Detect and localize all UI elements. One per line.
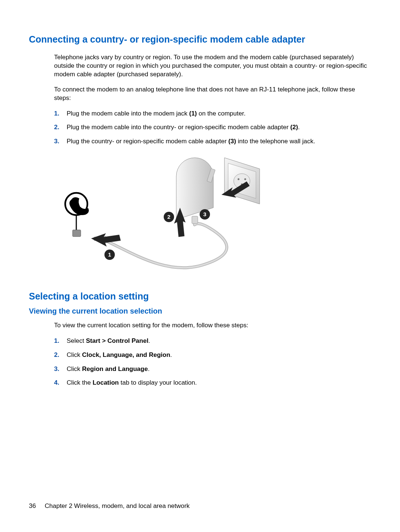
phone-jack-icon xyxy=(65,193,89,237)
chapter-label: Chapter 2 Wireless, modem, and local are… xyxy=(45,502,190,509)
svg-point-3 xyxy=(238,178,240,180)
step-text-post: on the computer. xyxy=(197,110,246,117)
step-text-pre: Plug the modem cable into the country- o… xyxy=(67,124,290,131)
step-text-bold: Region and Language xyxy=(82,365,148,372)
step-text-pre: Click the xyxy=(67,379,93,386)
step-text-bold: Location xyxy=(93,379,119,386)
step-text-pre: Click xyxy=(67,351,82,358)
para-view-location-intro: To view the current location setting for… xyxy=(29,321,371,330)
callout-3-label: 3 xyxy=(203,211,206,217)
figure-modem-adapter: 3 xyxy=(29,154,371,280)
step-text-post: tab to display your location. xyxy=(119,379,197,386)
step-number: 1. xyxy=(54,337,59,345)
step-number: 1. xyxy=(54,109,59,118)
callout-1-label: 1 xyxy=(108,251,111,258)
step-text-bold: Start > Control Panel xyxy=(86,337,149,344)
step-item: 2. Click Clock, Language, and Region. xyxy=(29,351,371,359)
step-number: 3. xyxy=(54,365,59,374)
svg-rect-13 xyxy=(192,216,198,224)
step-item: 2. Plug the modem cable into the country… xyxy=(29,123,371,132)
wall-jack-icon xyxy=(224,158,260,204)
step-text-bold: (2) xyxy=(290,124,298,131)
step-text-pre: Plug the country- or region-specific mod… xyxy=(67,138,229,145)
step-text-post: . xyxy=(170,351,172,358)
step-text-post: . xyxy=(149,337,150,344)
para-connect-steps-intro: To connect the modem to an analog teleph… xyxy=(29,86,371,103)
step-text-post: into the telephone wall jack. xyxy=(236,138,315,145)
step-item: 1. Select Start > Control Panel. xyxy=(29,337,371,345)
step-number: 2. xyxy=(54,351,59,359)
step-item: 3. Plug the country- or region-specific … xyxy=(29,137,371,146)
step-number: 3. xyxy=(54,137,59,146)
step-number: 4. xyxy=(54,378,59,387)
page-number: 36 xyxy=(29,502,43,510)
steps-view-location: 1. Select Start > Control Panel. 2. Clic… xyxy=(29,337,371,387)
step-text-pre: Click xyxy=(67,365,82,372)
steps-connect-adapter: 1. Plug the modem cable into the modem j… xyxy=(29,109,371,146)
svg-point-4 xyxy=(244,178,246,180)
step-item: 1. Plug the modem cable into the modem j… xyxy=(29,109,371,118)
callout-2-label: 2 xyxy=(167,214,170,220)
step-text-post: . xyxy=(148,365,150,372)
modem-adapter-illustration: 3 xyxy=(54,154,261,280)
step-text-bold: (3) xyxy=(229,138,236,145)
step-item: 3. Click Region and Language. xyxy=(29,365,371,374)
heading-viewing-current-location: Viewing the current location selection xyxy=(29,307,371,315)
step-text-pre: Plug the modem cable into the modem jack xyxy=(67,110,189,117)
page-footer: 36 Chapter 2 Wireless, modem, and local … xyxy=(29,502,190,510)
modem-cable-icon xyxy=(94,216,227,268)
heading-selecting-location: Selecting a location setting xyxy=(29,291,371,302)
heading-connecting-adapter: Connecting a country- or region-specific… xyxy=(29,33,371,45)
document-page: Connecting a country- or region-specific… xyxy=(0,0,400,532)
step-text-bold: Clock, Language, and Region xyxy=(82,351,170,358)
svg-rect-10 xyxy=(73,230,81,237)
para-telephone-jacks: Telephone jacks vary by country or regio… xyxy=(29,53,371,79)
step-item: 4. Click the Location tab to display you… xyxy=(29,378,371,387)
step-text-bold: (1) xyxy=(189,110,197,117)
step-number: 2. xyxy=(54,123,59,132)
step-text-pre: Select xyxy=(67,337,86,344)
modem-adapter-icon xyxy=(176,158,215,220)
step-text-post: . xyxy=(298,124,300,131)
